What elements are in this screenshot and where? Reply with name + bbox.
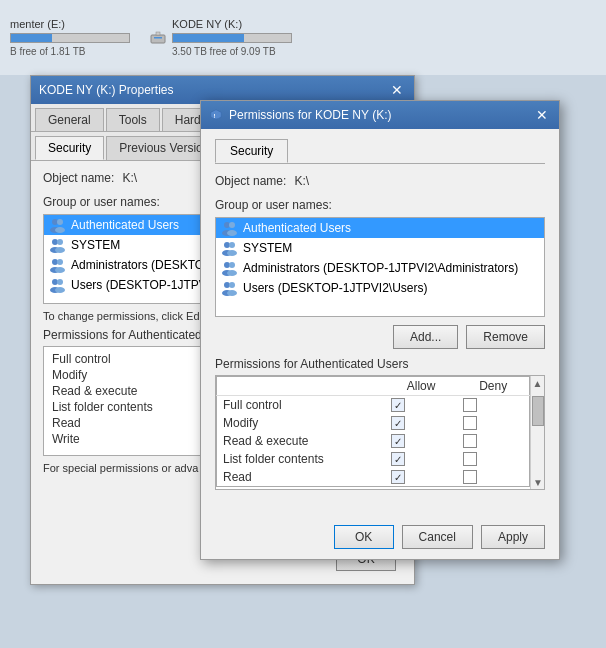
object-name-value: K:\	[122, 171, 137, 185]
svg-point-23	[227, 230, 237, 236]
checkbox-deny-0[interactable]	[463, 398, 477, 412]
dialog-ok-button[interactable]: OK	[334, 525, 394, 549]
dialog-user-label-1: SYSTEM	[243, 241, 292, 255]
scroll-up-arrow[interactable]: ▲	[531, 376, 544, 390]
svg-point-9	[57, 239, 63, 245]
user-icon-1	[49, 237, 65, 253]
svg-text:!: !	[213, 112, 215, 119]
background-area: menter (E:) B free of 1.81 TB KODE NY (K…	[0, 0, 606, 75]
dialog-group-label: Group or user names:	[215, 198, 545, 212]
tab-tools[interactable]: Tools	[106, 108, 160, 131]
dialog-close-button[interactable]: ✕	[533, 106, 551, 124]
drive-e-bar	[10, 33, 130, 43]
perm-row-4: Read✓	[217, 468, 530, 487]
dialog-apply-button[interactable]: Apply	[481, 525, 545, 549]
dialog-user-icon-1	[221, 240, 237, 256]
dialog-object-name-label: Object name:	[215, 174, 286, 188]
table-scrollbar[interactable]: ▲ ▼	[530, 376, 544, 489]
user-label-0: Authenticated Users	[71, 218, 179, 232]
drive-k-icon	[150, 30, 166, 46]
checkbox-deny-2[interactable]	[463, 434, 477, 448]
checkbox-allow-1[interactable]: ✓	[391, 416, 405, 430]
perm-name-0: Full control	[217, 396, 385, 415]
checkbox-deny-4[interactable]	[463, 470, 477, 484]
tab-security[interactable]: Security	[35, 136, 104, 160]
user-icon-2	[49, 257, 65, 273]
checkbox-allow-0[interactable]: ✓	[391, 398, 405, 412]
drive-e: menter (E:) B free of 1.81 TB	[10, 18, 130, 57]
perm-deny-1[interactable]	[457, 414, 529, 432]
svg-point-5	[57, 219, 63, 225]
scroll-down-arrow[interactable]: ▼	[531, 475, 545, 489]
dialog-title-text: Permissions for KODE NY (K:)	[229, 108, 391, 122]
dialog-security-tab[interactable]: Security	[215, 139, 288, 163]
drive-k-free: 3.50 TB free of 9.09 TB	[172, 46, 292, 57]
drive-e-free: B free of 1.81 TB	[10, 46, 130, 57]
drive-e-label: menter (E:)	[10, 18, 130, 30]
remove-button[interactable]: Remove	[466, 325, 545, 349]
dialog-user-label-2: Administrators (DESKTOP-1JTPVI2\Administ…	[243, 261, 518, 275]
svg-point-22	[229, 222, 235, 228]
dialog-user-3[interactable]: Users (DESKTOP-1JTPVI2\Users)	[216, 278, 544, 298]
dialog-user-2[interactable]: Administrators (DESKTOP-1JTPVI2\Administ…	[216, 258, 544, 278]
user-icon-3	[49, 277, 65, 293]
checkbox-deny-1[interactable]	[463, 416, 477, 430]
svg-point-18	[55, 287, 65, 293]
svg-point-6	[55, 227, 65, 233]
svg-point-34	[229, 282, 235, 288]
perm-allow-2[interactable]: ✓	[385, 432, 457, 450]
perm-name-3: List folder contents	[217, 450, 385, 468]
scroll-thumb[interactable]	[532, 396, 544, 426]
dialog-user-label-0: Authenticated Users	[243, 221, 351, 235]
col-deny: Deny	[457, 377, 529, 396]
dialog-user-list[interactable]: Authenticated Users SYSTEM Admin	[215, 217, 545, 317]
perm-allow-3[interactable]: ✓	[385, 450, 457, 468]
add-button[interactable]: Add...	[393, 325, 458, 349]
object-name-label: Object name:	[43, 171, 114, 185]
perm-deny-3[interactable]	[457, 450, 529, 468]
shield-icon: !	[209, 108, 223, 122]
checkbox-allow-3[interactable]: ✓	[391, 452, 405, 466]
dialog-user-label-3: Users (DESKTOP-1JTPVI2\Users)	[243, 281, 427, 295]
perm-name-2: Read & execute	[217, 432, 385, 450]
perm-row-2: Read & execute✓	[217, 432, 530, 450]
user-label-3: Users (DESKTOP-1JTPVI2	[71, 278, 217, 292]
perm-deny-0[interactable]	[457, 396, 529, 415]
permissions-table-area: Allow Deny Full control✓Modify✓Read & ex…	[215, 375, 545, 490]
svg-point-30	[229, 262, 235, 268]
drive-k-fill	[173, 34, 244, 42]
dialog-user-0[interactable]: Authenticated Users	[216, 218, 544, 238]
svg-point-17	[57, 279, 63, 285]
dialog-object-name-row: Object name: K:\	[215, 174, 545, 188]
svg-point-27	[227, 250, 237, 256]
tab-general[interactable]: General	[35, 108, 104, 131]
perm-deny-4[interactable]	[457, 468, 529, 487]
dialog-object-name-value: K:\	[294, 174, 309, 188]
svg-point-10	[55, 247, 65, 253]
checkbox-deny-3[interactable]	[463, 452, 477, 466]
checkbox-allow-4[interactable]: ✓	[391, 470, 405, 484]
perm-row-1: Modify✓	[217, 414, 530, 432]
drive-k-label: KODE NY (K:)	[172, 18, 292, 30]
perm-allow-4[interactable]: ✓	[385, 468, 457, 487]
perm-name-1: Modify	[217, 414, 385, 432]
dialog-user-1[interactable]: SYSTEM	[216, 238, 544, 258]
col-allow: Allow	[385, 377, 457, 396]
properties-title: KODE NY (K:) Properties	[39, 83, 173, 97]
dialog-user-icon-3	[221, 280, 237, 296]
perm-deny-2[interactable]	[457, 432, 529, 450]
user-icon-0	[49, 217, 65, 233]
col-permission	[217, 377, 385, 396]
svg-point-13	[57, 259, 63, 265]
dialog-footer: OK Cancel Apply	[334, 525, 545, 549]
properties-close-button[interactable]: ✕	[388, 81, 406, 99]
checkbox-allow-2[interactable]: ✓	[391, 434, 405, 448]
perm-allow-1[interactable]: ✓	[385, 414, 457, 432]
perm-allow-0[interactable]: ✓	[385, 396, 457, 415]
dialog-cancel-button[interactable]: Cancel	[402, 525, 473, 549]
dialog-user-icon-0	[221, 220, 237, 236]
dialog-tab-row: Security	[215, 139, 545, 164]
perm-row-3: List folder contents✓	[217, 450, 530, 468]
user-label-1: SYSTEM	[71, 238, 120, 252]
svg-point-35	[227, 290, 237, 296]
